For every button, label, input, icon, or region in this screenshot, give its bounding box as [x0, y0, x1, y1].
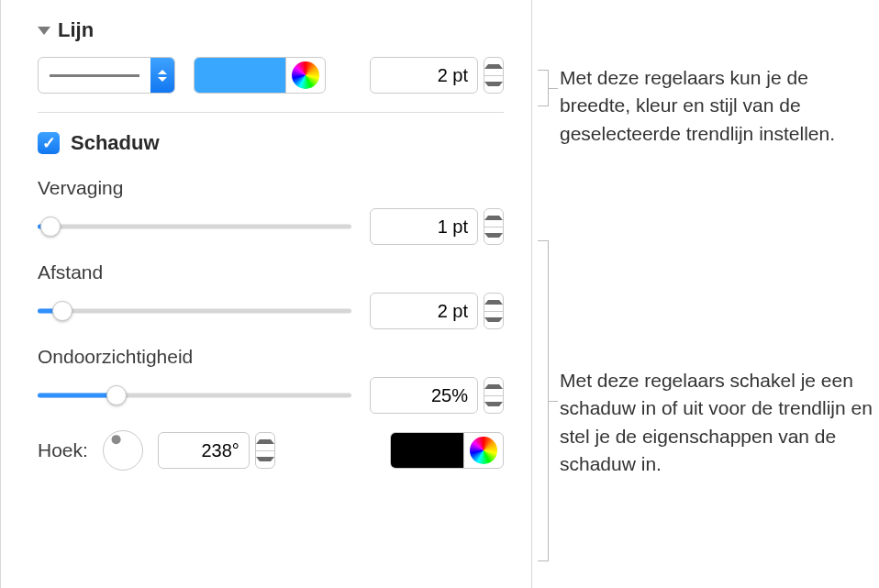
line-callout-text: Met deze regelaars kun je de breedte, kl… — [560, 64, 879, 148]
line-color-picker[interactable] — [194, 57, 326, 94]
opacity-slider[interactable] — [38, 384, 351, 406]
line-width-stepper-buttons[interactable] — [484, 57, 504, 94]
checkmark-icon: ✓ — [42, 135, 56, 151]
angle-stepper[interactable] — [255, 432, 275, 469]
offset-stepper[interactable] — [484, 293, 504, 329]
blur-stepper[interactable] — [484, 208, 504, 245]
color-wheel-icon[interactable] — [292, 61, 319, 89]
angle-indicator-icon — [111, 435, 120, 444]
opacity-stepper[interactable] — [484, 377, 504, 414]
opacity-block: Ondoorzichtigheid — [38, 346, 504, 414]
disclosure-triangle-icon — [38, 27, 50, 35]
blur-block: Vervaging — [38, 177, 504, 245]
shadow-label: Schaduw — [71, 131, 160, 155]
opacity-label: Ondoorzichtigheid — [38, 346, 504, 368]
blur-field[interactable] — [370, 208, 478, 245]
offset-label: Afstand — [38, 261, 504, 283]
line-section-title: Lijn — [58, 18, 94, 42]
angle-field[interactable] — [158, 432, 250, 469]
blur-label: Vervaging — [38, 177, 504, 199]
shadow-checkbox-row[interactable]: ✓ Schaduw — [38, 131, 504, 155]
stepper-up-icon — [484, 58, 503, 75]
line-section-header[interactable]: Lijn — [38, 18, 504, 42]
inspector-panel: Lijn ✓ Schaduw Vervaging — [0, 0, 532, 588]
chevron-updown-icon — [150, 58, 174, 93]
shadow-color-picker[interactable] — [390, 432, 504, 469]
angle-label: Hoek: — [38, 439, 88, 461]
opacity-field[interactable] — [370, 377, 478, 414]
line-width-field[interactable] — [370, 57, 478, 94]
shadow-checkbox[interactable]: ✓ — [38, 132, 60, 154]
stepper-down-icon — [484, 75, 503, 94]
angle-row: Hoek: — [38, 430, 504, 471]
shadow-callout-text: Met deze regelaars schakel je een schadu… — [560, 367, 879, 479]
shadow-color-well[interactable] — [391, 433, 464, 468]
line-width-stepper — [370, 57, 504, 94]
blur-slider[interactable] — [38, 216, 351, 238]
angle-dial[interactable] — [103, 430, 143, 471]
offset-field[interactable] — [370, 293, 478, 329]
line-style-popup[interactable] — [38, 57, 175, 94]
divider — [38, 112, 504, 113]
line-controls-row — [38, 57, 504, 94]
annotations-column: Met deze regelaars kun je de breedte, kl… — [532, 0, 879, 588]
color-well[interactable] — [195, 58, 286, 93]
line-sample-icon — [50, 74, 139, 77]
color-wheel-icon[interactable] — [470, 437, 497, 464]
offset-slider[interactable] — [38, 300, 351, 322]
offset-block: Afstand — [38, 261, 504, 329]
